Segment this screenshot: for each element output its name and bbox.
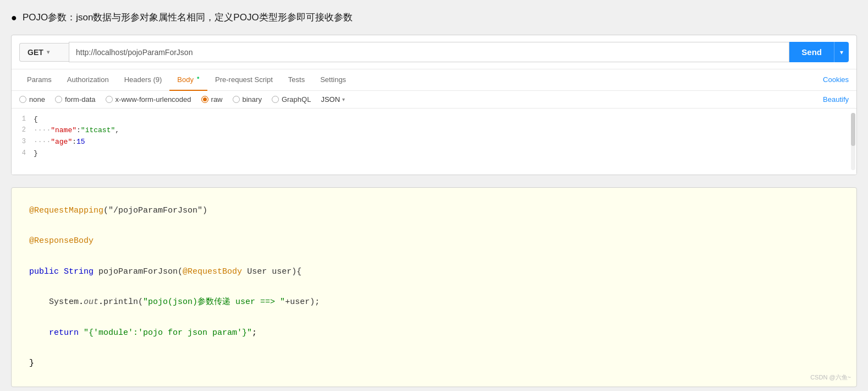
line-num-1: 1 bbox=[12, 114, 34, 124]
code-block: @RequestMapping("/pojoParamForJson") @Re… bbox=[11, 187, 857, 387]
body-dot-indicator: ● bbox=[197, 75, 200, 80]
line-num-2: 2 bbox=[12, 125, 34, 135]
bullet-section: ● POJO参数：json数据与形参对象属性名相同，定义POJO类型形参即可接收… bbox=[11, 11, 857, 25]
postman-panel: GET ▾ Send ▾ Params Authorization Header… bbox=[11, 35, 857, 175]
radio-none[interactable]: none bbox=[19, 95, 45, 104]
cb-line-3: public String pojoParamForJson(@RequestB… bbox=[29, 264, 839, 280]
radio-circle-graphql bbox=[272, 96, 279, 103]
line-num-3: 3 bbox=[12, 137, 34, 147]
tab-tests[interactable]: Tests bbox=[281, 70, 312, 90]
scrollbar-track[interactable] bbox=[851, 113, 855, 170]
send-dropdown-button[interactable]: ▾ bbox=[834, 42, 849, 62]
url-input[interactable] bbox=[69, 42, 789, 62]
format-chevron: ▾ bbox=[342, 96, 345, 102]
tab-params[interactable]: Params bbox=[19, 70, 59, 90]
method-chevron: ▾ bbox=[47, 49, 50, 55]
code-line-4: 4 } bbox=[12, 148, 856, 160]
radio-circle-none bbox=[19, 96, 26, 103]
radio-circle-binary bbox=[233, 96, 240, 103]
watermark: CSDN @六鱼~ bbox=[810, 372, 851, 383]
code-line-3: 3 ····"age":15 bbox=[12, 137, 856, 148]
send-button-group: Send ▾ bbox=[789, 42, 849, 62]
body-types-row: none form-data x-www-form-urlencoded raw… bbox=[12, 91, 856, 108]
cb-line-5: return "{'module':'pojo for json param'}… bbox=[29, 325, 839, 341]
beautify-button[interactable]: Beautify bbox=[823, 95, 849, 104]
tab-authorization[interactable]: Authorization bbox=[59, 70, 117, 90]
format-select[interactable]: JSON ▾ bbox=[321, 95, 345, 104]
tab-prerequest[interactable]: Pre-request Script bbox=[207, 70, 281, 90]
radio-binary[interactable]: binary bbox=[233, 95, 262, 104]
tab-body[interactable]: Body ● bbox=[169, 69, 207, 90]
tab-headers[interactable]: Headers (9) bbox=[117, 70, 170, 90]
method-label: GET bbox=[28, 48, 43, 57]
cb-line-blank-4 bbox=[29, 310, 839, 325]
radio-circle-raw bbox=[201, 96, 208, 103]
line-content-2: ····"name":"itcast", bbox=[34, 125, 856, 137]
radio-circle-urlencoded bbox=[106, 96, 113, 103]
send-button[interactable]: Send bbox=[789, 42, 834, 62]
cb-line-blank-1 bbox=[29, 218, 839, 233]
code-editor[interactable]: 1 { 2 ····"name":"itcast", 3 ····"age":1… bbox=[12, 108, 856, 175]
cb-line-1: @RequestMapping("/pojoParamForJson") bbox=[29, 203, 839, 219]
cb-line-blank-5 bbox=[29, 340, 839, 356]
radio-formdata[interactable]: form-data bbox=[55, 95, 96, 104]
code-line-1: 1 { bbox=[12, 114, 856, 126]
tabs-row: Params Authorization Headers (9) Body ● … bbox=[12, 69, 856, 90]
radio-urlencoded[interactable]: x-www-form-urlencoded bbox=[106, 95, 191, 104]
url-bar: GET ▾ Send ▾ bbox=[12, 35, 856, 69]
scrollbar-thumb[interactable] bbox=[851, 113, 855, 146]
line-content-4: } bbox=[34, 148, 856, 160]
cb-line-blank-3 bbox=[29, 279, 839, 295]
radio-raw[interactable]: raw bbox=[201, 95, 223, 104]
bullet-dot: ● bbox=[11, 11, 17, 25]
method-select[interactable]: GET ▾ bbox=[19, 43, 69, 62]
line-num-4: 4 bbox=[12, 148, 34, 159]
cb-line-blank-2 bbox=[29, 249, 839, 264]
cb-line-2: @ResponseBody bbox=[29, 233, 839, 249]
code-line-2: 2 ····"name":"itcast", bbox=[12, 125, 856, 137]
radio-graphql[interactable]: GraphQL bbox=[272, 95, 311, 104]
cb-line-4: System.out.println("pojo(json)参数传递 user … bbox=[29, 295, 839, 310]
format-label: JSON bbox=[321, 95, 340, 104]
bullet-text: POJO参数：json数据与形参对象属性名相同，定义POJO类型形参即可接收参数 bbox=[23, 11, 353, 24]
tab-settings[interactable]: Settings bbox=[312, 70, 354, 90]
cookies-link[interactable]: Cookies bbox=[823, 75, 849, 84]
radio-circle-formdata bbox=[55, 96, 62, 103]
page-wrapper: ● POJO参数：json数据与形参对象属性名相同，定义POJO类型形参即可接收… bbox=[11, 11, 857, 387]
line-content-3: ····"age":15 bbox=[34, 137, 856, 148]
line-content-1: { bbox=[34, 114, 856, 126]
cb-line-6: } bbox=[29, 356, 839, 371]
